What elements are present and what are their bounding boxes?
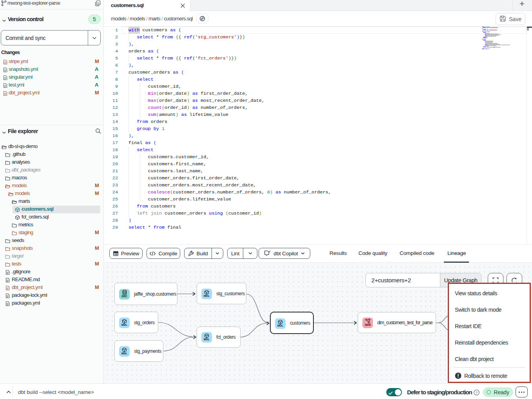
svg-text:?: ? (476, 390, 478, 395)
